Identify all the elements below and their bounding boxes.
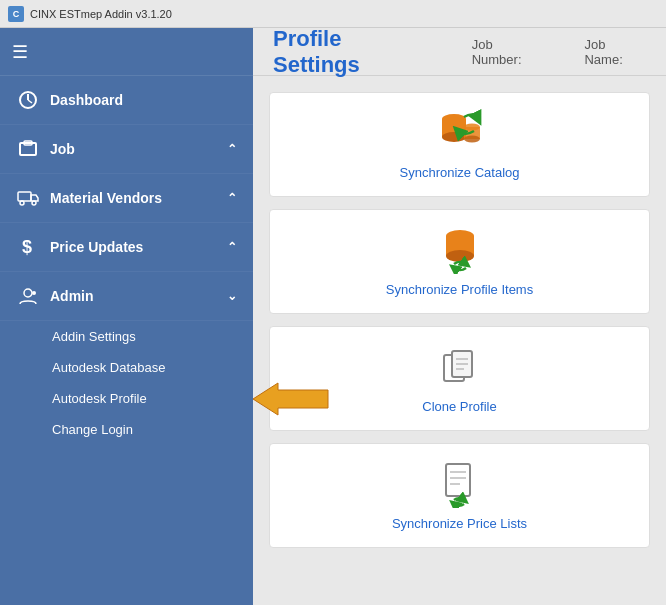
sidebar-item-price-updates[interactable]: $ Price Updates ⌃: [0, 223, 253, 272]
sidebar-nav: Dashboard Job ⌃: [0, 76, 253, 445]
job-arrow: ⌃: [227, 142, 237, 156]
admin-sub-items: Addin Settings Autodesk Database Autodes…: [0, 321, 253, 445]
sync-catalog-label: Synchronize Catalog: [400, 165, 520, 180]
clone-profile-label: Clone Profile: [422, 399, 496, 414]
sync-profile-items-card[interactable]: Synchronize Profile Items: [269, 209, 650, 314]
sync-catalog-icon: [436, 109, 484, 157]
clone-profile-icon: [436, 343, 484, 391]
header-meta: Job Number: Job Name:: [472, 37, 646, 67]
db-arrow-icon: [436, 109, 484, 157]
admin-arrow: ⌄: [227, 289, 237, 303]
app-body: ☰ Dashboard: [0, 28, 666, 605]
sync-profile-items-label: Synchronize Profile Items: [386, 282, 533, 297]
title-bar-text: CINX ESTmep Addin v3.1.20: [30, 8, 172, 20]
svg-text:$: $: [22, 237, 32, 257]
admin-label: Admin: [50, 288, 227, 304]
page-title: Profile Settings: [273, 28, 432, 78]
sidebar-item-autodesk-profile[interactable]: Autodesk Profile: [0, 383, 253, 414]
pricelist-sync-icon: [436, 460, 484, 508]
sidebar-item-dashboard[interactable]: Dashboard: [0, 76, 253, 125]
sidebar-header: ☰: [0, 28, 253, 76]
job-label: Job: [50, 141, 227, 157]
sync-catalog-card[interactable]: Synchronize Catalog: [269, 92, 650, 197]
admin-icon: [16, 284, 40, 308]
sync-profile-items-icon: [436, 226, 484, 274]
dollar-icon: $: [16, 235, 40, 259]
price-updates-label: Price Updates: [50, 239, 227, 255]
main-content: Profile Settings Job Number: Job Name:: [253, 28, 666, 605]
dashboard-label: Dashboard: [50, 92, 237, 108]
truck-icon: [16, 186, 40, 210]
svg-point-8: [32, 291, 36, 295]
sidebar-item-admin[interactable]: Admin ⌄: [0, 272, 253, 321]
sidebar: ☰ Dashboard: [0, 28, 253, 605]
job-name-label: Job Name:: [584, 37, 646, 67]
sidebar-item-job[interactable]: Job ⌃: [0, 125, 253, 174]
svg-point-21: [446, 250, 474, 262]
sync-price-lists-card[interactable]: Synchronize Price Lists: [269, 443, 650, 548]
db-sync-icon: [436, 226, 484, 274]
cards-container: Synchronize Catalog: [253, 76, 666, 605]
svg-point-4: [20, 201, 24, 205]
sync-price-lists-label: Synchronize Price Lists: [392, 516, 527, 531]
svg-marker-10: [253, 383, 328, 415]
svg-rect-3: [18, 192, 31, 201]
sidebar-item-material-vendors[interactable]: Material Vendors ⌃: [0, 174, 253, 223]
sync-price-lists-icon: [436, 460, 484, 508]
arrow-annotation-icon: [248, 382, 338, 416]
clone-icon: [438, 345, 482, 389]
job-number-label: Job Number:: [472, 37, 545, 67]
dashboard-icon: [16, 88, 40, 112]
svg-point-5: [32, 201, 36, 205]
title-bar: C CINX ESTmep Addin v3.1.20: [0, 0, 666, 28]
svg-point-7: [24, 289, 32, 297]
material-vendors-label: Material Vendors: [50, 190, 227, 206]
material-vendors-arrow: ⌃: [227, 191, 237, 205]
job-icon: [16, 137, 40, 161]
svg-rect-29: [446, 464, 470, 496]
sidebar-item-addin-settings[interactable]: Addin Settings: [0, 321, 253, 352]
main-header: Profile Settings Job Number: Job Name:: [253, 28, 666, 76]
sidebar-item-change-login[interactable]: Change Login: [0, 414, 253, 445]
sidebar-item-autodesk-database[interactable]: Autodesk Database: [0, 352, 253, 383]
svg-point-16: [464, 136, 480, 143]
hamburger-icon[interactable]: ☰: [12, 41, 28, 63]
price-updates-arrow: ⌃: [227, 240, 237, 254]
app-icon: C: [8, 6, 24, 22]
